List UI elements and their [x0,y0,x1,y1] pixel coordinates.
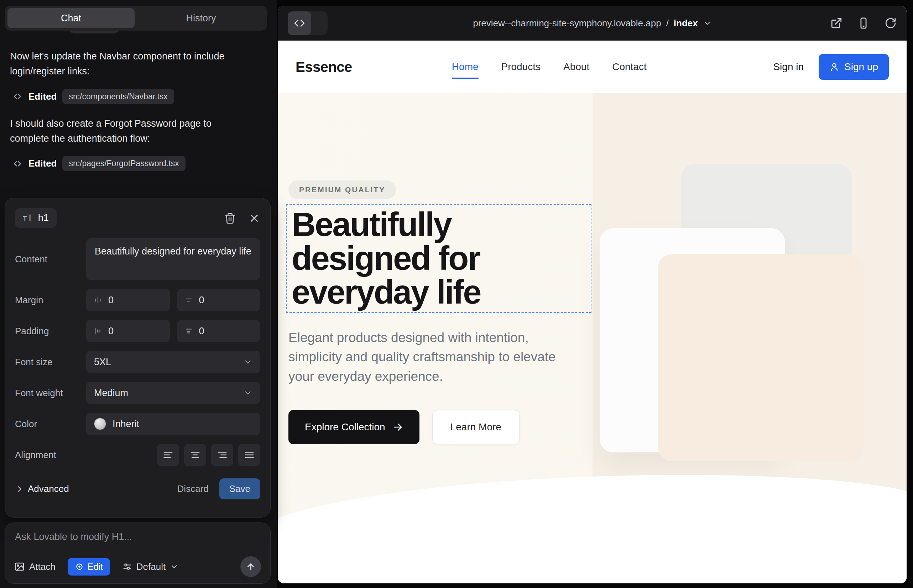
discard-button[interactable]: Discard [177,483,209,494]
mode-select[interactable]: Default [122,561,178,572]
sign-in-link[interactable]: Sign in [773,61,804,73]
preview-topbar: preview--charming-site-symphony.lovable.… [278,6,907,40]
hero-paragraph: Elegant products designed with intention… [288,328,566,386]
margin-vertical-input[interactable]: 0 [177,289,261,311]
font-size-value: 5XL [94,357,111,368]
site-nav: Home Products About Contact [452,61,647,73]
padding-vertical-input[interactable]: 0 [177,320,261,342]
editor-row-margin: Margin 0 0 [15,289,260,311]
color-swatch [94,418,106,430]
user-icon [829,62,839,72]
chevron-down-icon [170,562,178,571]
composer-toolbar: Attach Edit Default [14,556,261,577]
nav-link-about[interactable]: About [563,61,589,73]
hero-section: PREMIUM QUALITY Beautifully designed for… [278,93,907,583]
preview-url: preview--charming-site-symphony.lovable.… [473,18,661,29]
padding-label: Padding [15,326,86,337]
editor-footer: Advanced Discard Save [15,478,260,499]
font-weight-label: Font weight [15,388,86,399]
attach-label: Attach [29,561,55,572]
editor-row-color: Color Inherit [15,413,260,435]
hero-cta-row: Explore Collection Learn More [288,410,520,444]
font-weight-select[interactable]: Medium [86,382,260,404]
editor-row-alignment: Alignment [15,444,260,466]
font-size-select[interactable]: 5XL [86,351,260,373]
chat-composer: Attach Edit Default [5,522,270,584]
padding-horizontal-input[interactable]: 0 [86,320,170,342]
padding-vertical-icon [184,326,193,336]
tab-history[interactable]: History [138,8,265,28]
preview-page: index [674,18,698,29]
align-right-button[interactable] [211,444,233,466]
font-size-label: Font size [15,357,86,368]
target-icon [75,562,84,571]
open-external-icon[interactable] [830,17,842,29]
editor-row-font-weight: Font weight Medium [15,382,260,404]
editor-row-font-size: Font size 5XL [15,351,260,373]
color-label: Color [15,418,86,430]
align-left-button[interactable] [157,444,179,466]
nav-auth: Sign in Sign up [773,54,889,80]
composer-input[interactable] [15,531,260,551]
decorative-card-beige [658,254,863,461]
selected-heading-outline[interactable]: Beautifully designed for everyday life [286,204,591,313]
save-button[interactable]: Save [219,478,260,499]
panel-tabs: Chat History [5,6,267,31]
edited-file-pill[interactable]: src/components/Navbar.tsx [62,89,174,104]
explore-collection-button[interactable]: Explore Collection [288,410,419,444]
margin-horizontal-value: 0 [108,295,113,306]
decorative-bottom-curve [278,465,907,583]
code-view-toggle[interactable] [288,11,328,35]
padding-horizontal-icon [93,326,102,336]
sliders-icon [122,562,132,572]
alignment-label: Alignment [15,449,86,460]
font-weight-value: Medium [94,388,128,399]
nav-link-contact[interactable]: Contact [612,61,647,73]
arrow-up-icon [245,561,256,572]
content-label: Content [15,254,86,265]
url-bar[interactable]: preview--charming-site-symphony.lovable.… [473,18,711,29]
align-center-button[interactable] [184,444,206,466]
site-canvas: Essence Home Products About Contact Sign… [278,40,907,583]
code-icon [12,91,23,102]
refresh-icon[interactable] [884,17,897,29]
margin-horizontal-icon [93,296,102,305]
attach-button[interactable]: Attach [14,561,55,572]
nav-link-home[interactable]: Home [452,61,479,73]
learn-more-button[interactable]: Learn More [432,410,520,444]
send-button[interactable] [240,556,261,577]
edited-file-row: Edited src/components/Navbar.tsx [12,89,267,104]
edited-file-row: Edited src/pages/ForgotPassword.tsx [12,156,267,171]
mode-label: Default [136,561,165,572]
preview-window: preview--charming-site-symphony.lovable.… [278,6,907,583]
hero-heading[interactable]: Beautifully designed for everyday life [291,208,586,309]
edit-mode-button[interactable]: Edit [68,558,110,575]
content-input[interactable]: Beautifully designed for everyday life [86,238,260,280]
color-value: Inherit [113,418,139,430]
nav-link-products[interactable]: Products [501,61,541,73]
selected-element-pill[interactable]: тT h1 [15,208,57,228]
advanced-toggle[interactable]: Advanced [15,483,69,494]
chevron-down-icon [243,357,253,367]
delete-element-button[interactable] [224,212,236,224]
image-attach-icon [14,561,25,572]
edited-label: Edited [29,91,57,102]
sign-up-label: Sign up [844,61,878,73]
tab-chat[interactable]: Chat [8,8,134,28]
margin-horizontal-input[interactable]: 0 [86,289,170,311]
site-logo[interactable]: Essence [296,59,352,75]
assistant-message: Now let's update the Navbar component to… [10,49,236,79]
assistant-message: I should also create a Forgot Password p… [10,116,236,146]
code-icon [12,158,23,169]
edited-label: Edited [29,158,57,169]
close-editor-button[interactable] [248,212,260,224]
color-select[interactable]: Inherit [86,413,260,435]
align-justify-button[interactable] [238,444,260,466]
edited-file-pill[interactable]: src/pages/ForgotPassword.tsx [62,156,185,171]
mobile-view-icon[interactable] [858,17,869,29]
chat-panel: Chat History Now let's update the Navbar… [0,0,277,588]
padding-vertical-value: 0 [199,326,204,337]
advanced-label: Advanced [28,483,69,494]
sign-up-button[interactable]: Sign up [819,54,889,80]
chevron-down-icon [243,388,253,397]
